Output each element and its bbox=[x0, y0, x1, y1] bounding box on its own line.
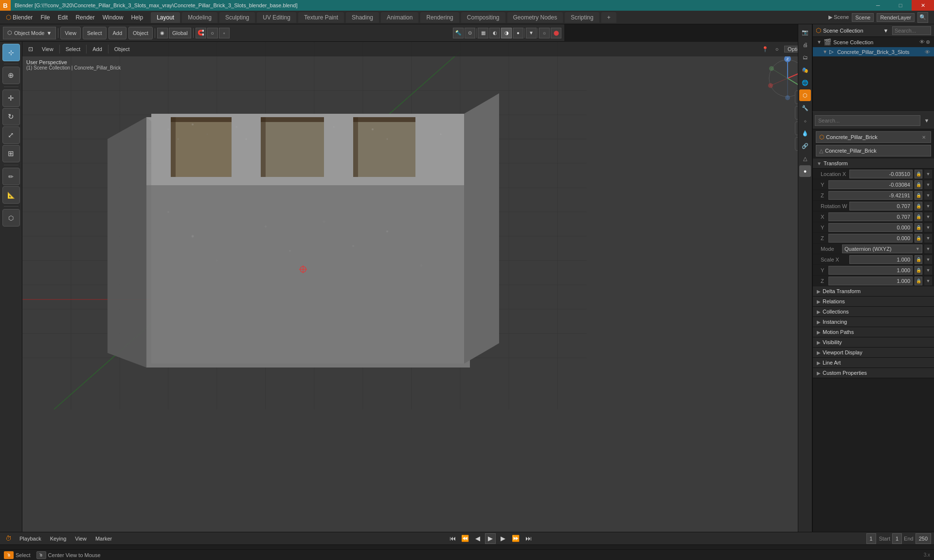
ws-scripting[interactable]: Scripting bbox=[565, 12, 599, 23]
viewport-type-icon[interactable]: ⊡ bbox=[25, 44, 36, 54]
menu-window[interactable]: Window bbox=[99, 11, 127, 24]
playback-btn[interactable]: Playback bbox=[17, 535, 44, 542]
timeline-type-icon[interactable]: ⏱ bbox=[3, 533, 14, 544]
prev-frame-btn[interactable]: ◀ bbox=[472, 533, 483, 544]
select-menu[interactable]: Select bbox=[83, 27, 107, 39]
global-selector[interactable]: Global bbox=[169, 28, 191, 38]
visibility-section[interactable]: ▶ Visibility bbox=[813, 337, 934, 348]
minimize-button[interactable]: ─ bbox=[867, 0, 889, 11]
overlay-btn[interactable]: ⊙ bbox=[465, 28, 475, 38]
wire-shading-btn[interactable]: ▦ bbox=[478, 28, 488, 38]
rotate-tool-btn[interactable]: ↻ bbox=[2, 108, 20, 125]
location-y-lock[interactable]: 🔒 bbox=[915, 180, 922, 189]
mode-more[interactable]: ▼ bbox=[924, 245, 932, 253]
rotation-w-lock[interactable]: 🔒 bbox=[915, 202, 922, 210]
particles-props-btn[interactable]: ⬦ bbox=[799, 115, 811, 126]
vp-view-btn[interactable]: View bbox=[38, 45, 57, 53]
marker-btn[interactable]: Marker bbox=[92, 535, 115, 542]
menu-blender[interactable]: ⬡ Blender bbox=[2, 11, 36, 24]
scene-collection-item[interactable]: ▼ 🎬 Scene Collection 👁 ⊕ bbox=[813, 37, 934, 47]
proportional-edit-btn[interactable]: ○ bbox=[207, 28, 218, 38]
viewport-display-section[interactable]: ▶ Viewport Display bbox=[813, 348, 934, 358]
scene-selector[interactable]: Scene bbox=[852, 13, 874, 22]
rotation-x-lock[interactable]: 🔒 bbox=[915, 212, 922, 221]
view-btn[interactable]: View bbox=[72, 535, 90, 542]
object-name-more[interactable]: ✕ bbox=[920, 133, 928, 141]
close-button[interactable]: ✕ bbox=[912, 0, 934, 11]
menu-file[interactable]: File bbox=[36, 11, 54, 24]
move-tool-btn[interactable]: ✛ bbox=[2, 89, 20, 107]
keying-btn[interactable]: Keying bbox=[47, 535, 70, 542]
ws-geometry-nodes[interactable]: Geometry Nodes bbox=[507, 12, 563, 23]
rotation-mode-selector[interactable]: Quaternion (WXYZ) ▼ bbox=[842, 245, 922, 253]
scale-z-lock[interactable]: 🔒 bbox=[915, 277, 922, 285]
ws-shading[interactable]: Shading bbox=[346, 12, 379, 23]
scale-x-lock[interactable]: 🔒 bbox=[915, 255, 922, 264]
scene-lights-btn[interactable]: ☼ bbox=[539, 28, 550, 38]
rotation-x-more[interactable]: ▼ bbox=[924, 212, 932, 221]
proportional-falloff-btn[interactable]: ◦ bbox=[219, 28, 230, 38]
rotation-z-field[interactable]: 0.000 bbox=[828, 234, 913, 243]
collection-eye-icon[interactable]: 👁 bbox=[925, 49, 930, 55]
ws-texture-paint[interactable]: Texture Paint bbox=[298, 12, 344, 23]
location-x-lock[interactable]: 🔒 bbox=[915, 170, 922, 178]
rotation-z-lock[interactable]: 🔒 bbox=[915, 234, 922, 243]
custom-properties-section[interactable]: ▶ Custom Properties bbox=[813, 368, 934, 378]
rotation-y-field[interactable]: 0.000 bbox=[828, 223, 913, 232]
line-art-section[interactable]: ▶ Line Art bbox=[813, 358, 934, 368]
search-icon[interactable]: 🔍 bbox=[917, 12, 928, 23]
location-y-more[interactable]: ▼ bbox=[924, 180, 932, 189]
delta-transform-section[interactable]: ▶ Delta Transform bbox=[813, 286, 934, 297]
jump-start-btn[interactable]: ⏮ bbox=[447, 533, 458, 544]
ws-layout[interactable]: Layout bbox=[151, 12, 180, 23]
view-menu[interactable]: View bbox=[60, 27, 81, 39]
location-z-field[interactable]: -9.42191 bbox=[828, 191, 913, 200]
render-shading-btn[interactable]: ● bbox=[513, 28, 523, 38]
mode-selector[interactable]: ⬡ Object Mode ▼ bbox=[3, 27, 56, 39]
outliner-cursor-icon[interactable]: ⊕ bbox=[926, 39, 930, 45]
render-layer-selector[interactable]: RenderLayer bbox=[877, 13, 915, 22]
scale-y-lock[interactable]: 🔒 bbox=[915, 266, 922, 275]
location-z-lock[interactable]: 🔒 bbox=[915, 191, 922, 200]
vp-select-btn[interactable]: Select bbox=[62, 45, 85, 53]
outliner-search[interactable] bbox=[892, 26, 931, 35]
concrete-pillar-collection-item[interactable]: ▼ ▷ Concrete_Pillar_Brick_3_Slots 👁 bbox=[813, 47, 934, 56]
scale-z-field[interactable]: 1.000 bbox=[828, 277, 913, 285]
start-frame-field[interactable]: 1 bbox=[892, 533, 902, 544]
vp-snap-icon[interactable]: 📍 bbox=[760, 44, 771, 54]
ws-compositing[interactable]: Compositing bbox=[461, 12, 505, 23]
jump-prev-keyframe-btn[interactable]: ⏪ bbox=[460, 533, 470, 544]
object-menu[interactable]: Object bbox=[128, 27, 153, 39]
add-primitive-btn[interactable]: ⬡ bbox=[2, 209, 20, 227]
vp-object-btn[interactable]: Object bbox=[110, 45, 134, 53]
world-props-btn[interactable]: 🌐 bbox=[799, 77, 811, 88]
rotation-y-more[interactable]: ▼ bbox=[924, 223, 932, 232]
object-props-btn[interactable]: ⬡ bbox=[799, 89, 811, 101]
annotate-tool-btn[interactable]: ✏ bbox=[2, 168, 20, 185]
motion-paths-section[interactable]: ▶ Motion Paths bbox=[813, 327, 934, 337]
modifier-props-btn[interactable]: 🔧 bbox=[799, 102, 811, 114]
scale-x-more[interactable]: ▼ bbox=[924, 255, 932, 264]
transform-tool-btn[interactable]: ⊞ bbox=[2, 145, 20, 162]
solid-shading-btn[interactable]: ◐ bbox=[489, 28, 500, 38]
location-y-field[interactable]: -0.03084 bbox=[828, 180, 913, 189]
maximize-button[interactable]: □ bbox=[889, 0, 912, 11]
relations-section[interactable]: ▶ Relations bbox=[813, 297, 934, 307]
render-props-btn[interactable]: 📷 bbox=[799, 26, 811, 38]
add-menu[interactable]: Add bbox=[108, 27, 127, 39]
measure-tool-btn[interactable]: 📐 bbox=[2, 186, 20, 204]
physics-props-btn[interactable]: 💧 bbox=[799, 127, 811, 139]
transform-pivot-btn[interactable]: ◉ bbox=[157, 28, 168, 38]
scale-tool-btn[interactable]: ⤢ bbox=[2, 126, 20, 144]
menu-edit[interactable]: Edit bbox=[54, 11, 72, 24]
material-props-btn[interactable]: ● bbox=[799, 165, 811, 177]
select-tool-btn[interactable]: ⊹ bbox=[2, 44, 20, 61]
rotation-x-field[interactable]: 0.707 bbox=[828, 212, 913, 221]
rotation-z-more[interactable]: ▼ bbox=[924, 234, 932, 243]
menu-help[interactable]: Help bbox=[127, 11, 147, 24]
rotation-y-lock[interactable]: 🔒 bbox=[915, 223, 922, 232]
ws-animation[interactable]: Animation bbox=[381, 12, 418, 23]
viewport-3d[interactable]: User Perspective (1) Scene Collection | … bbox=[22, 42, 812, 532]
ws-modeling[interactable]: Modeling bbox=[182, 12, 217, 23]
collections-section[interactable]: ▶ Collections bbox=[813, 307, 934, 317]
